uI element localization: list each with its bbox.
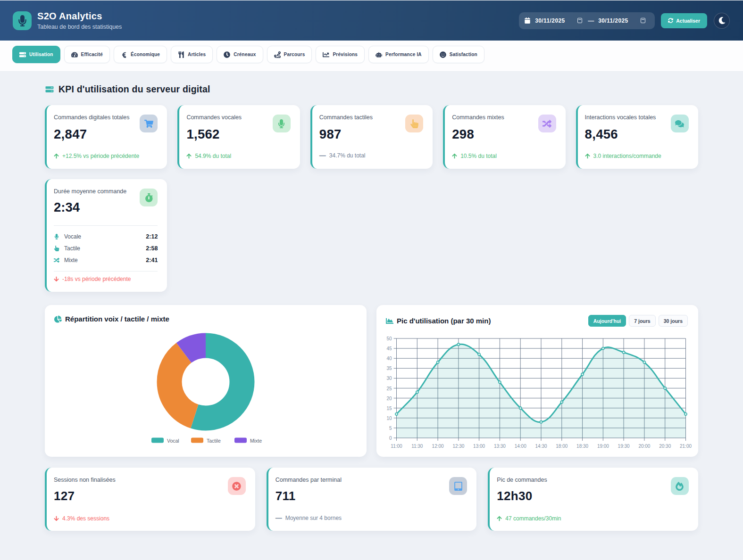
svg-text:11:30: 11:30 (411, 444, 423, 449)
svg-text:13:30: 13:30 (494, 444, 506, 449)
svg-text:0: 0 (389, 436, 392, 441)
svg-text:12:00: 12:00 (432, 444, 444, 449)
svg-text:18:30: 18:30 (576, 444, 588, 449)
svg-text:30: 30 (386, 376, 392, 381)
svg-text:5: 5 (389, 426, 392, 431)
svg-text:45: 45 (386, 346, 392, 351)
svg-text:20:30: 20:30 (659, 444, 671, 449)
svg-text:15: 15 (386, 406, 392, 411)
svg-text:40: 40 (386, 356, 392, 361)
svg-text:Tactile: Tactile (207, 438, 221, 444)
svg-text:21:00: 21:00 (680, 444, 692, 449)
svg-text:14:00: 14:00 (515, 444, 526, 449)
svg-text:25: 25 (386, 386, 392, 391)
svg-text:50: 50 (386, 336, 392, 341)
svg-text:Vocal: Vocal (167, 438, 179, 444)
svg-text:19:30: 19:30 (618, 444, 630, 449)
svg-text:Mixte: Mixte (250, 438, 262, 444)
svg-text:13:00: 13:00 (473, 444, 485, 449)
svg-text:14:30: 14:30 (535, 444, 547, 449)
svg-text:20: 20 (386, 396, 392, 401)
svg-text:18:00: 18:00 (556, 444, 568, 449)
svg-text:19:00: 19:00 (597, 444, 609, 449)
svg-text:12:30: 12:30 (452, 444, 464, 449)
svg-text:35: 35 (386, 366, 392, 371)
svg-text:10: 10 (386, 416, 392, 421)
svg-text:20:00: 20:00 (638, 444, 650, 449)
svg-text:11:00: 11:00 (391, 444, 402, 449)
